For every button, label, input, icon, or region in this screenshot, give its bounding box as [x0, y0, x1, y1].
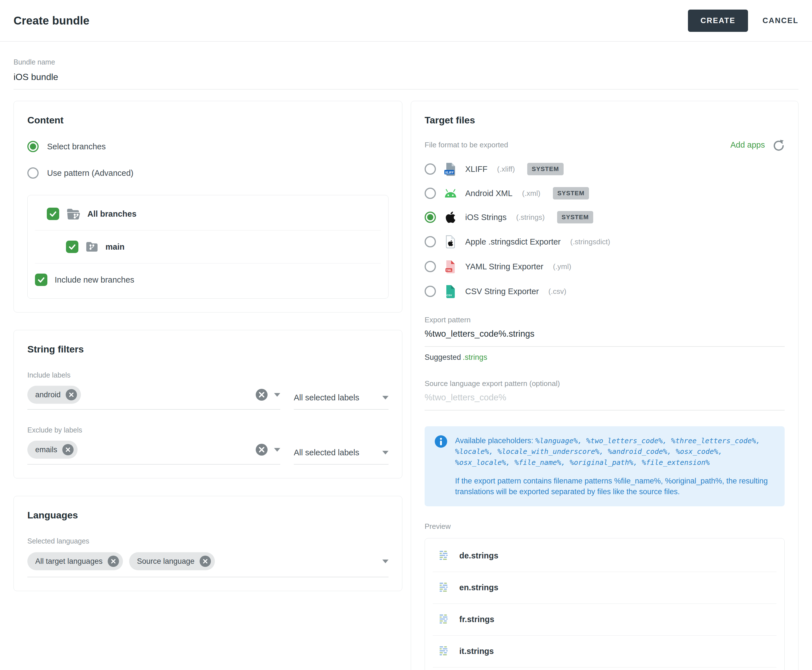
label-chip-emails[interactable]: emails [27, 441, 78, 459]
preview-file-row: en.strings [425, 572, 784, 604]
include-new-branches-label: Include new branches [55, 275, 134, 284]
language-chip-source[interactable]: Source language [129, 552, 215, 570]
remove-chip-icon[interactable] [66, 389, 77, 400]
all-branches-row[interactable]: All branches [35, 198, 381, 230]
branch-main-row[interactable]: main [35, 230, 381, 263]
preview-file-row: uk.strings [425, 667, 784, 670]
selected-languages-input[interactable]: All target languages Source language [27, 552, 388, 577]
preview-label: Preview [425, 522, 785, 531]
preview-box: de.strings en.strings [425, 538, 785, 670]
format-row-android-xml[interactable]: Android XML (.xml) SYSTEM [425, 187, 785, 200]
label-chip-android[interactable]: android [27, 386, 81, 404]
format-radio-xliff[interactable] [425, 163, 436, 175]
remove-chip-icon[interactable] [62, 444, 74, 455]
content-card: Content Select branches Use pattern (Adv… [14, 101, 402, 313]
chevron-down-icon [382, 451, 388, 455]
system-badge: SYSTEM [527, 163, 563, 175]
placeholders-label: Available placeholders: [455, 437, 533, 445]
format-ext: (.stringsdict) [570, 237, 610, 246]
preview-file-name: en.strings [459, 583, 498, 592]
format-row-xliff[interactable]: XLIFF XLIFF (.xliff) SYSTEM [425, 162, 785, 176]
code-file-icon [438, 550, 451, 562]
format-radio-stringsdict[interactable] [425, 236, 436, 247]
refresh-icon[interactable] [772, 139, 785, 151]
include-labels-mode-select[interactable]: All selected labels [294, 393, 388, 409]
export-pattern-input[interactable] [425, 324, 785, 347]
all-branches-checkbox[interactable] [47, 208, 59, 220]
include-labels-label: Include labels [27, 371, 388, 379]
preview-file-name: it.strings [459, 646, 494, 656]
chevron-down-icon[interactable] [274, 393, 280, 397]
code-file-icon [438, 613, 451, 626]
add-apps-link[interactable]: Add apps [730, 140, 765, 150]
include-labels-input[interactable]: android [27, 386, 280, 409]
format-row-ios-strings[interactable]: iOS Strings (.strings) SYSTEM [425, 211, 785, 224]
include-new-branches-row[interactable]: Include new branches [35, 264, 381, 296]
format-name: iOS Strings [465, 213, 507, 222]
format-ext: (.yml) [553, 262, 571, 271]
source-pattern-input[interactable] [425, 388, 785, 411]
svg-text:YML: YML [446, 269, 452, 272]
format-radio-android-xml[interactable] [425, 188, 436, 199]
select-branches-radio[interactable] [27, 141, 39, 152]
yaml-file-icon: YML [445, 260, 456, 273]
format-name: XLIFF [465, 164, 488, 174]
apple-icon [445, 211, 456, 224]
cancel-button[interactable]: CANCEL [763, 16, 799, 25]
check-icon [49, 210, 57, 218]
preview-file-name: fr.strings [459, 615, 494, 624]
format-ext: (.csv) [548, 287, 566, 296]
remove-chip-icon[interactable] [108, 556, 119, 567]
format-row-yaml[interactable]: YML YAML String Exporter (.yml) [425, 260, 785, 273]
exclude-labels-input[interactable]: emails [27, 440, 280, 465]
format-ext: (.strings) [516, 213, 545, 222]
info-icon [435, 435, 447, 448]
format-row-stringsdict[interactable]: Apple .stringsdict Exporter (.stringsdic… [425, 235, 785, 249]
system-badge: SYSTEM [553, 187, 589, 200]
select-value: All selected labels [294, 393, 359, 402]
clear-field-icon[interactable] [256, 443, 268, 456]
remove-chip-icon[interactable] [200, 556, 211, 567]
exclude-labels-mode-select[interactable]: All selected labels [294, 448, 388, 465]
folder-branch-icon [86, 241, 98, 252]
xliff-file-icon: XLIFF [444, 162, 457, 176]
placeholders-info-box: Available placeholders: %language%, %two… [425, 426, 785, 506]
format-radio-ios-strings[interactable] [425, 211, 436, 223]
chevron-down-icon[interactable] [382, 560, 388, 563]
export-pattern-label: Export pattern [425, 316, 785, 324]
page-title: Create bundle [14, 14, 89, 27]
create-button[interactable]: CREATE [688, 10, 748, 32]
language-chip-all-target[interactable]: All target languages [27, 552, 123, 570]
format-radio-yaml[interactable] [425, 261, 436, 272]
all-branches-label: All branches [87, 209, 136, 218]
exclude-labels-label: Exclude by labels [27, 426, 388, 434]
target-files-title: Target files [425, 115, 785, 126]
placeholders-note: If the export pattern contains filename … [455, 475, 775, 497]
chip-text: android [35, 391, 61, 399]
format-name: Apple .stringsdict Exporter [465, 237, 561, 247]
chevron-down-icon[interactable] [274, 448, 280, 452]
suggested-extension-link[interactable]: .strings [463, 353, 487, 362]
use-pattern-option[interactable]: Use pattern (Advanced) [27, 168, 388, 179]
clear-field-icon[interactable] [256, 389, 268, 401]
format-ext: (.xliff) [497, 165, 515, 174]
branch-main-checkbox[interactable] [66, 240, 78, 253]
use-pattern-radio[interactable] [27, 168, 39, 179]
svg-text:XLIFF: XLIFF [445, 171, 454, 174]
csv-file-icon: CSV [445, 284, 456, 298]
android-icon [444, 188, 457, 198]
file-format-label: File format to be exported [425, 140, 508, 149]
select-branches-option[interactable]: Select branches [27, 141, 388, 152]
format-row-csv[interactable]: CSV CSV String Exporter (.csv) [425, 284, 785, 298]
format-radio-csv[interactable] [425, 286, 436, 297]
bundle-name-label: Bundle name [14, 58, 798, 66]
chip-text: Source language [137, 557, 195, 566]
branch-selection-box: All branches main [27, 195, 388, 299]
chip-text: All target languages [35, 557, 103, 566]
stringsdict-file-icon [445, 235, 456, 249]
use-pattern-label: Use pattern (Advanced) [47, 169, 133, 178]
bundle-name-input[interactable] [14, 66, 798, 90]
folder-branch-open-icon [66, 208, 80, 220]
include-new-branches-checkbox[interactable] [35, 274, 47, 286]
code-file-icon [438, 582, 451, 594]
